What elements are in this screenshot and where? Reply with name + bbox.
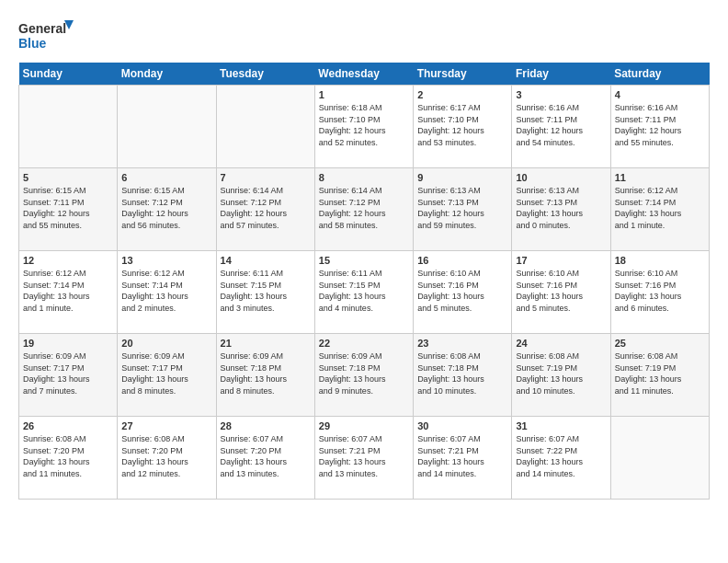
col-header-wednesday: Wednesday (314, 63, 413, 86)
day-number: 31 (516, 420, 606, 431)
calendar-cell: 9Sunrise: 6:13 AM Sunset: 7:13 PM Daylig… (414, 168, 512, 251)
day-number: 6 (121, 172, 211, 183)
col-header-monday: Monday (118, 63, 216, 86)
cell-content: Sunrise: 6:07 AM Sunset: 7:20 PM Dayligh… (221, 433, 311, 479)
cell-content: Sunrise: 6:12 AM Sunset: 7:14 PM Dayligh… (615, 185, 705, 231)
calendar-cell: 24Sunrise: 6:08 AM Sunset: 7:19 PM Dayli… (512, 334, 610, 417)
cell-content: Sunrise: 6:11 AM Sunset: 7:15 PM Dayligh… (319, 268, 409, 314)
cell-content: Sunrise: 6:16 AM Sunset: 7:11 PM Dayligh… (615, 102, 705, 148)
calendar-week-row: 5Sunrise: 6:15 AM Sunset: 7:11 PM Daylig… (19, 168, 710, 251)
day-number: 29 (319, 420, 409, 431)
day-number: 26 (23, 420, 113, 431)
logo: General Blue (18, 18, 74, 53)
day-number: 20 (121, 338, 211, 349)
cell-content: Sunrise: 6:13 AM Sunset: 7:13 PM Dayligh… (516, 185, 606, 231)
page-header: General Blue (18, 18, 710, 53)
calendar-cell: 21Sunrise: 6:09 AM Sunset: 7:18 PM Dayli… (216, 334, 314, 417)
day-number: 14 (221, 255, 311, 266)
day-number: 12 (23, 255, 113, 266)
calendar-cell: 20Sunrise: 6:09 AM Sunset: 7:17 PM Dayli… (118, 334, 216, 417)
calendar-cell: 17Sunrise: 6:10 AM Sunset: 7:16 PM Dayli… (512, 251, 610, 334)
cell-content: Sunrise: 6:09 AM Sunset: 7:18 PM Dayligh… (319, 350, 409, 396)
day-number: 15 (319, 255, 409, 266)
calendar-cell: 23Sunrise: 6:08 AM Sunset: 7:18 PM Dayli… (414, 334, 512, 417)
day-number: 1 (319, 89, 409, 100)
cell-content: Sunrise: 6:10 AM Sunset: 7:16 PM Dayligh… (615, 268, 705, 314)
cell-content: Sunrise: 6:08 AM Sunset: 7:19 PM Dayligh… (615, 350, 705, 396)
day-number: 28 (221, 420, 311, 431)
calendar-cell: 13Sunrise: 6:12 AM Sunset: 7:14 PM Dayli… (118, 251, 216, 334)
cell-content: Sunrise: 6:13 AM Sunset: 7:13 PM Dayligh… (417, 185, 507, 231)
calendar-cell: 12Sunrise: 6:12 AM Sunset: 7:14 PM Dayli… (19, 251, 118, 334)
calendar-cell: 31Sunrise: 6:07 AM Sunset: 7:22 PM Dayli… (512, 417, 610, 500)
calendar-cell: 27Sunrise: 6:08 AM Sunset: 7:20 PM Dayli… (118, 417, 216, 500)
calendar-cell: 26Sunrise: 6:08 AM Sunset: 7:20 PM Dayli… (19, 417, 118, 500)
day-number: 21 (221, 338, 311, 349)
cell-content: Sunrise: 6:09 AM Sunset: 7:17 PM Dayligh… (23, 350, 113, 396)
calendar-cell: 10Sunrise: 6:13 AM Sunset: 7:13 PM Dayli… (512, 168, 610, 251)
calendar-cell: 22Sunrise: 6:09 AM Sunset: 7:18 PM Dayli… (314, 334, 413, 417)
cell-content: Sunrise: 6:09 AM Sunset: 7:18 PM Dayligh… (221, 350, 311, 396)
day-number: 27 (121, 420, 211, 431)
calendar-cell (610, 417, 709, 500)
calendar-cell: 5Sunrise: 6:15 AM Sunset: 7:11 PM Daylig… (19, 168, 118, 251)
cell-content: Sunrise: 6:18 AM Sunset: 7:10 PM Dayligh… (319, 102, 409, 148)
calendar-cell: 30Sunrise: 6:07 AM Sunset: 7:21 PM Dayli… (414, 417, 512, 500)
cell-content: Sunrise: 6:12 AM Sunset: 7:14 PM Dayligh… (23, 268, 113, 314)
calendar-week-row: 12Sunrise: 6:12 AM Sunset: 7:14 PM Dayli… (19, 251, 710, 334)
cell-content: Sunrise: 6:08 AM Sunset: 7:20 PM Dayligh… (121, 433, 211, 479)
cell-content: Sunrise: 6:17 AM Sunset: 7:10 PM Dayligh… (417, 102, 507, 148)
calendar-cell: 6Sunrise: 6:15 AM Sunset: 7:12 PM Daylig… (118, 168, 216, 251)
day-number: 10 (516, 172, 606, 183)
calendar-cell (216, 86, 314, 168)
cell-content: Sunrise: 6:10 AM Sunset: 7:16 PM Dayligh… (516, 268, 606, 314)
cell-content: Sunrise: 6:07 AM Sunset: 7:21 PM Dayligh… (319, 433, 409, 479)
day-number: 8 (319, 172, 409, 183)
cell-content: Sunrise: 6:07 AM Sunset: 7:22 PM Dayligh… (516, 433, 606, 479)
day-number: 9 (417, 172, 507, 183)
cell-content: Sunrise: 6:15 AM Sunset: 7:11 PM Dayligh… (23, 185, 113, 231)
cell-content: Sunrise: 6:08 AM Sunset: 7:20 PM Dayligh… (23, 433, 113, 479)
day-number: 4 (615, 89, 705, 100)
cell-content: Sunrise: 6:16 AM Sunset: 7:11 PM Dayligh… (516, 102, 606, 148)
calendar-cell: 1Sunrise: 6:18 AM Sunset: 7:10 PM Daylig… (314, 86, 413, 168)
calendar-cell: 25Sunrise: 6:08 AM Sunset: 7:19 PM Dayli… (610, 334, 709, 417)
svg-text:Blue: Blue (18, 36, 47, 51)
day-number: 25 (615, 338, 705, 349)
calendar-cell (19, 86, 118, 168)
calendar-cell: 11Sunrise: 6:12 AM Sunset: 7:14 PM Dayli… (610, 168, 709, 251)
calendar-week-row: 1Sunrise: 6:18 AM Sunset: 7:10 PM Daylig… (19, 86, 710, 168)
col-header-thursday: Thursday (414, 63, 512, 86)
day-number: 17 (516, 255, 606, 266)
day-number: 18 (615, 255, 705, 266)
calendar-cell: 18Sunrise: 6:10 AM Sunset: 7:16 PM Dayli… (610, 251, 709, 334)
cell-content: Sunrise: 6:15 AM Sunset: 7:12 PM Dayligh… (121, 185, 211, 231)
calendar-cell: 16Sunrise: 6:10 AM Sunset: 7:16 PM Dayli… (414, 251, 512, 334)
col-header-tuesday: Tuesday (216, 63, 314, 86)
calendar-cell: 4Sunrise: 6:16 AM Sunset: 7:11 PM Daylig… (610, 86, 709, 168)
day-number: 5 (23, 172, 113, 183)
cell-content: Sunrise: 6:14 AM Sunset: 7:12 PM Dayligh… (319, 185, 409, 231)
calendar-cell: 19Sunrise: 6:09 AM Sunset: 7:17 PM Dayli… (19, 334, 118, 417)
calendar-cell (118, 86, 216, 168)
calendar-cell: 7Sunrise: 6:14 AM Sunset: 7:12 PM Daylig… (216, 168, 314, 251)
calendar-cell: 8Sunrise: 6:14 AM Sunset: 7:12 PM Daylig… (314, 168, 413, 251)
cell-content: Sunrise: 6:08 AM Sunset: 7:19 PM Dayligh… (516, 350, 606, 396)
calendar-cell: 3Sunrise: 6:16 AM Sunset: 7:11 PM Daylig… (512, 86, 610, 168)
col-header-sunday: Sunday (19, 63, 118, 86)
calendar-cell: 2Sunrise: 6:17 AM Sunset: 7:10 PM Daylig… (414, 86, 512, 168)
day-number: 2 (417, 89, 507, 100)
day-number: 19 (23, 338, 113, 349)
cell-content: Sunrise: 6:10 AM Sunset: 7:16 PM Dayligh… (417, 268, 507, 314)
calendar-cell: 28Sunrise: 6:07 AM Sunset: 7:20 PM Dayli… (216, 417, 314, 500)
calendar-week-row: 19Sunrise: 6:09 AM Sunset: 7:17 PM Dayli… (19, 334, 710, 417)
day-number: 16 (417, 255, 507, 266)
cell-content: Sunrise: 6:07 AM Sunset: 7:21 PM Dayligh… (417, 433, 507, 479)
calendar-table: SundayMondayTuesdayWednesdayThursdayFrid… (18, 63, 710, 500)
day-number: 7 (221, 172, 311, 183)
cell-content: Sunrise: 6:09 AM Sunset: 7:17 PM Dayligh… (121, 350, 211, 396)
cell-content: Sunrise: 6:08 AM Sunset: 7:18 PM Dayligh… (417, 350, 507, 396)
cell-content: Sunrise: 6:12 AM Sunset: 7:14 PM Dayligh… (121, 268, 211, 314)
calendar-cell: 15Sunrise: 6:11 AM Sunset: 7:15 PM Dayli… (314, 251, 413, 334)
calendar-header-row: SundayMondayTuesdayWednesdayThursdayFrid… (19, 63, 710, 86)
